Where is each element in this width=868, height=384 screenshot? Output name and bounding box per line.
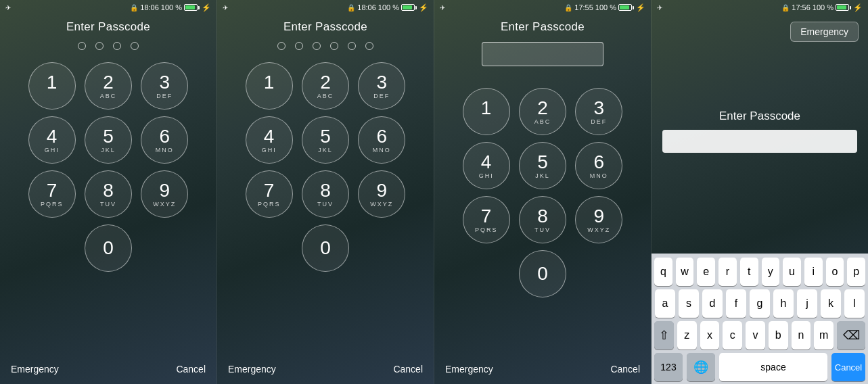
text-input-box — [482, 42, 603, 77]
key-1-9[interactable]: 9WXYZ — [141, 170, 188, 218]
lock-icon-1: 🔒 — [130, 4, 138, 11]
bottom-bar-3: Emergency Cancel — [434, 354, 651, 384]
status-left-2: ✈ — [223, 4, 228, 11]
status-left-3: ✈ — [440, 4, 445, 11]
panel-2: ✈ 🔒 18:06 100 % ⚡ Enter Passcode 1 2ABC … — [217, 0, 434, 384]
kb-m[interactable]: m — [814, 321, 833, 350]
dot-1-3 — [113, 42, 121, 50]
kb-h[interactable]: h — [773, 289, 794, 318]
kb-l[interactable]: l — [844, 289, 865, 318]
emergency-button-2[interactable]: Emergency — [228, 364, 276, 375]
kb-k[interactable]: k — [821, 289, 841, 318]
key-2-4[interactable]: 4GHI — [246, 116, 293, 164]
kb-s[interactable]: s — [679, 289, 699, 318]
key-3-0[interactable]: 0 — [519, 250, 566, 297]
key-3-5[interactable]: 5JKL — [519, 142, 566, 189]
passcode-input-4[interactable] — [662, 130, 857, 153]
zero-row-3: 0 — [461, 250, 624, 297]
kb-z[interactable]: z — [677, 321, 697, 350]
key-3-7[interactable]: 7PQRS — [463, 196, 510, 243]
key-2-9[interactable]: 9WXYZ — [358, 170, 405, 218]
kb-shift[interactable]: ⇧ — [654, 321, 674, 350]
kb-y[interactable]: y — [762, 258, 780, 286]
emergency-button-4[interactable]: Emergency — [790, 22, 859, 42]
panel-content-1: Enter Passcode 1 2ABC 3DEF 4GHI 5JKL 6MN… — [0, 15, 216, 354]
kb-i[interactable]: i — [804, 258, 823, 286]
status-right-1: 🔒 18:06 100 % ⚡ — [130, 3, 211, 12]
kb-row-3: ⇧ z x c v b n m ⌫ — [654, 321, 865, 350]
status-right-4: 🔒 17:56 100 % ⚡ — [781, 3, 863, 12]
key-2-5[interactable]: 5JKL — [302, 116, 349, 164]
kb-q[interactable]: q — [654, 258, 672, 286]
kb-123[interactable]: 123 — [654, 353, 683, 381]
kb-w[interactable]: w — [676, 258, 694, 286]
cancel-button-2[interactable]: Cancel — [393, 364, 423, 375]
kb-b[interactable]: b — [769, 321, 788, 350]
emergency-container-4: Emergency — [652, 15, 868, 42]
key-1-6[interactable]: 6MNO — [141, 116, 188, 164]
emergency-button-3[interactable]: Emergency — [445, 364, 493, 375]
kb-x[interactable]: x — [700, 321, 720, 350]
kb-r[interactable]: r — [718, 258, 737, 286]
kb-j[interactable]: j — [797, 289, 817, 318]
key-1-8[interactable]: 8TUV — [85, 170, 132, 218]
charging-icon-2: ⚡ — [419, 3, 428, 12]
key-1-2[interactable]: 2ABC — [85, 62, 132, 110]
zero-row-2: 0 — [244, 224, 407, 272]
kb-cancel[interactable]: Cancel — [831, 353, 865, 381]
key-1-0[interactable]: 0 — [85, 224, 132, 272]
cancel-button-1[interactable]: Cancel — [176, 364, 206, 375]
key-3-9[interactable]: 9WXYZ — [575, 196, 622, 243]
key-1-7[interactable]: 7PQRS — [28, 170, 76, 218]
key-3-8[interactable]: 8TUV — [519, 196, 566, 243]
kb-n[interactable]: n — [792, 321, 811, 350]
time-4: 17:56 — [792, 3, 810, 11]
key-1-1[interactable]: 1 — [28, 62, 76, 110]
key-3-2[interactable]: 2ABC — [519, 88, 566, 135]
kb-a[interactable]: a — [655, 289, 675, 318]
passcode-box-3[interactable] — [482, 42, 603, 66]
kb-e[interactable]: e — [697, 258, 715, 286]
battery-pct-4: 100 % — [813, 3, 833, 11]
battery-pct-2: 100 % — [378, 3, 399, 11]
kb-space[interactable]: space — [719, 353, 827, 381]
kb-f[interactable]: f — [726, 289, 746, 318]
kb-row-4: 123 🌐 space Cancel — [654, 353, 865, 381]
airplane-icon-2: ✈ — [223, 4, 228, 11]
key-1-4[interactable]: 4GHI — [28, 116, 76, 164]
key-3-1[interactable]: 1 — [463, 88, 510, 135]
kb-c[interactable]: c — [723, 321, 742, 350]
zero-row-1: 0 — [27, 224, 189, 272]
key-2-1[interactable]: 1 — [246, 62, 293, 110]
key-3-3[interactable]: 3DEF — [575, 88, 622, 135]
key-2-2[interactable]: 2ABC — [302, 62, 349, 110]
battery-bar-4 — [836, 4, 851, 11]
emergency-button-1[interactable]: Emergency — [11, 364, 59, 375]
kb-delete[interactable]: ⌫ — [837, 321, 865, 350]
bottom-bar-2: Emergency Cancel — [217, 354, 434, 384]
charging-icon-1: ⚡ — [202, 3, 211, 12]
key-2-8[interactable]: 8TUV — [302, 170, 349, 218]
kb-g[interactable]: g — [750, 289, 770, 318]
kb-v[interactable]: v — [746, 321, 765, 350]
key-1-5[interactable]: 5JKL — [85, 116, 132, 164]
key-2-6[interactable]: 6MNO — [358, 116, 405, 164]
key-3-6[interactable]: 6MNO — [575, 142, 622, 189]
kb-o[interactable]: o — [826, 258, 844, 286]
kb-d[interactable]: d — [702, 289, 723, 318]
key-2-3[interactable]: 3DEF — [358, 62, 405, 110]
status-bar-3: ✈ 🔒 17:55 100 % ⚡ — [434, 0, 651, 15]
kb-globe[interactable]: 🌐 — [687, 353, 715, 381]
numpad-3: 1 2ABC 3DEF 4GHI 5JKL 6MNO 7PQRS 8TUV 9W… — [461, 88, 624, 243]
key-1-3[interactable]: 3DEF — [141, 62, 188, 110]
key-2-7[interactable]: 7PQRS — [246, 170, 293, 218]
kb-p[interactable]: p — [847, 258, 865, 286]
key-2-0[interactable]: 0 — [302, 224, 349, 272]
cancel-button-3[interactable]: Cancel — [610, 364, 640, 375]
kb-u[interactable]: u — [783, 258, 801, 286]
battery-pct-3: 100 % — [595, 3, 616, 11]
key-3-4[interactable]: 4GHI — [463, 142, 510, 189]
battery-bar-2 — [401, 4, 417, 11]
passcode-title-2: Enter Passcode — [283, 20, 367, 34]
kb-t[interactable]: t — [740, 258, 758, 286]
